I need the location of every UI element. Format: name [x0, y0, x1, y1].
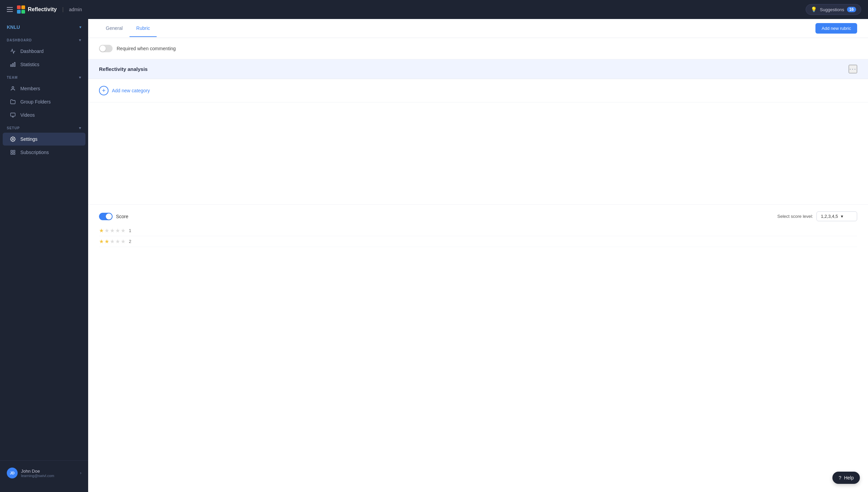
main-tabs: General Rubric	[99, 20, 157, 37]
sidebar-item-statistics[interactable]: Statistics	[3, 58, 85, 71]
category-title: Reflectivity analysis	[99, 66, 147, 72]
star-empty-1: ★	[104, 227, 109, 234]
svg-rect-0	[14, 62, 15, 67]
settings-icon	[9, 136, 16, 142]
content-area: Required when commenting Reflectivity an…	[88, 38, 868, 492]
add-category-label[interactable]: Add new category	[112, 88, 150, 93]
required-toggle-label: Required when commenting	[117, 46, 176, 51]
score-row: Score Select score level: 1,2,3,4,5 ▾	[99, 211, 857, 221]
user-profile[interactable]: JD John Doe learning@swivl.com ›	[3, 465, 85, 481]
svg-point-5	[12, 138, 14, 140]
category-section: Reflectivity analysis ···	[88, 59, 868, 79]
sidebar-item-dashboard[interactable]: Dashboard	[3, 45, 85, 58]
user-name: John Doe	[21, 469, 77, 474]
team-section-chevron: ▾	[79, 75, 81, 80]
stars-2: ★ ★ ★ ★ ★	[99, 238, 125, 245]
star-count-1: 1	[129, 228, 131, 233]
admin-label: admin	[69, 7, 82, 12]
star-count-2: 2	[129, 239, 131, 244]
star-empty-2c: ★	[121, 238, 125, 245]
required-toggle-row: Required when commenting	[88, 38, 868, 59]
score-level-wrap: Select score level: 1,2,3,4,5 ▾	[777, 211, 857, 221]
help-button[interactable]: ? Help	[832, 472, 860, 484]
sidebar-section-setup: SETUP ▾ Settings Subscriptions	[0, 122, 88, 159]
tab-general[interactable]: General	[99, 20, 130, 37]
sidebar-item-settings[interactable]: Settings	[3, 133, 85, 146]
svg-rect-2	[11, 65, 12, 67]
group-folders-icon	[9, 99, 16, 105]
svg-rect-9	[13, 153, 15, 154]
statistics-icon	[9, 62, 16, 67]
subscriptions-icon	[9, 150, 16, 155]
main-topbar: General Rubric Add new rubric	[88, 19, 868, 38]
org-name: KNLU	[7, 24, 20, 30]
svg-point-3	[12, 87, 14, 88]
sidebar-group-label-team[interactable]: TEAM ▾	[0, 71, 88, 82]
svg-rect-7	[13, 150, 15, 152]
stars-1: ★ ★ ★ ★ ★	[99, 227, 125, 234]
star-empty-2: ★	[110, 227, 115, 234]
logo-sq-blue	[17, 10, 21, 14]
sidebar-item-group-folders[interactable]: Group Folders	[3, 95, 85, 108]
sidebar-group-label-dashboard[interactable]: DASHBOARD ▾	[0, 34, 88, 44]
svg-rect-6	[11, 150, 13, 152]
sidebar-item-subscriptions[interactable]: Subscriptions	[3, 146, 85, 159]
score-level-select[interactable]: 1,2,3,4,5 ▾	[816, 211, 857, 221]
suggestions-button[interactable]: 💡 Suggestions 16	[806, 4, 861, 15]
svg-rect-8	[11, 153, 13, 154]
required-toggle[interactable]	[99, 45, 113, 52]
sidebar-section-team: TEAM ▾ Members Group Folders Videos	[0, 71, 88, 122]
svg-rect-1	[13, 63, 14, 67]
setup-section-chevron: ▾	[79, 126, 81, 130]
sidebar-group-label-setup[interactable]: SETUP ▾	[0, 122, 88, 132]
star-empty-2b: ★	[115, 238, 120, 245]
star-filled-2b: ★	[104, 238, 109, 245]
star-filled-1: ★	[99, 227, 104, 234]
star-empty-4: ★	[121, 227, 125, 234]
help-label: Help	[844, 475, 854, 480]
star-row-1: ★ ★ ★ ★ ★ 1	[99, 225, 857, 236]
score-level-value: 1,2,3,4,5	[821, 214, 838, 219]
score-left: Score	[99, 213, 129, 220]
sidebar: KNLU ▾ DASHBOARD ▾ Dashboard Statistics	[0, 19, 88, 492]
dashboard-section-chevron: ▾	[79, 38, 81, 42]
layout: KNLU ▾ DASHBOARD ▾ Dashboard Statistics	[0, 19, 868, 492]
sidebar-item-label-members: Members	[20, 86, 40, 91]
sidebar-item-label-dashboard: Dashboard	[20, 49, 44, 54]
top-navigation: Reflectivity | admin 💡 Suggestions 16	[0, 0, 868, 19]
add-category-plus-icon[interactable]: +	[99, 86, 108, 95]
more-options-button[interactable]: ···	[849, 65, 857, 73]
app-name: Reflectivity	[28, 6, 57, 13]
user-email: learning@swivl.com	[21, 474, 77, 478]
videos-icon	[9, 112, 16, 118]
more-icon: ···	[849, 65, 856, 72]
star-filled-2a: ★	[99, 238, 104, 245]
sidebar-footer: JD John Doe learning@swivl.com ›	[0, 460, 88, 485]
topnav-left: Reflectivity | admin	[7, 5, 82, 14]
avatar: JD	[7, 468, 18, 478]
score-section: Score Select score level: 1,2,3,4,5 ▾ ★	[88, 204, 868, 254]
sidebar-item-label-subscriptions: Subscriptions	[20, 150, 49, 155]
bulb-icon: 💡	[811, 6, 817, 13]
user-info: John Doe learning@swivl.com	[21, 469, 77, 478]
org-chevron-icon: ▾	[79, 25, 81, 30]
logo-sq-red	[17, 5, 21, 9]
star-empty-2a: ★	[110, 238, 115, 245]
sidebar-item-videos[interactable]: Videos	[3, 109, 85, 121]
user-chevron-icon: ›	[80, 471, 81, 475]
add-category-row: + Add new category	[88, 79, 868, 102]
org-selector[interactable]: KNLU ▾	[0, 19, 88, 34]
sidebar-item-members[interactable]: Members	[3, 82, 85, 95]
star-empty-3: ★	[115, 227, 120, 234]
topnav-right: 💡 Suggestions 16	[806, 4, 861, 15]
star-row-2: ★ ★ ★ ★ ★ 2	[99, 236, 857, 247]
dashboard-icon	[9, 49, 16, 54]
empty-content-area	[88, 102, 868, 204]
tab-rubric[interactable]: Rubric	[130, 20, 157, 37]
sidebar-item-label-videos: Videos	[20, 112, 35, 118]
main-content: General Rubric Add new rubric Required w…	[88, 19, 868, 492]
add-rubric-button[interactable]: Add new rubric	[815, 23, 857, 34]
score-label: Score	[116, 214, 129, 219]
score-toggle[interactable]	[99, 213, 113, 220]
hamburger-menu[interactable]	[7, 7, 13, 12]
